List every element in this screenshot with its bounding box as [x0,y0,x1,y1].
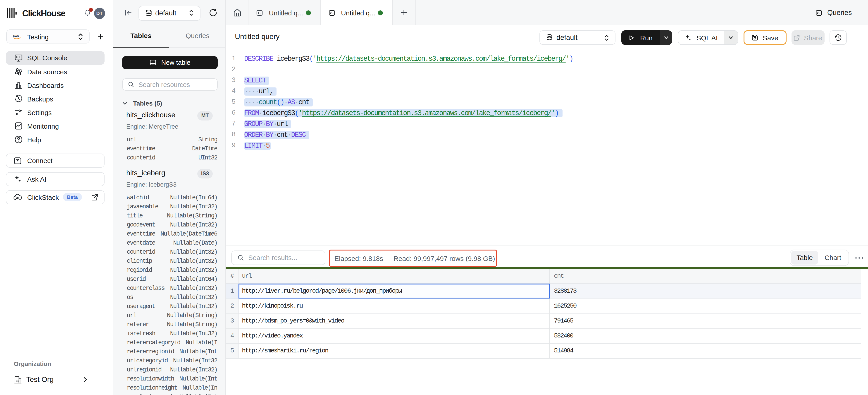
svg-text:aws: aws [13,34,19,37]
